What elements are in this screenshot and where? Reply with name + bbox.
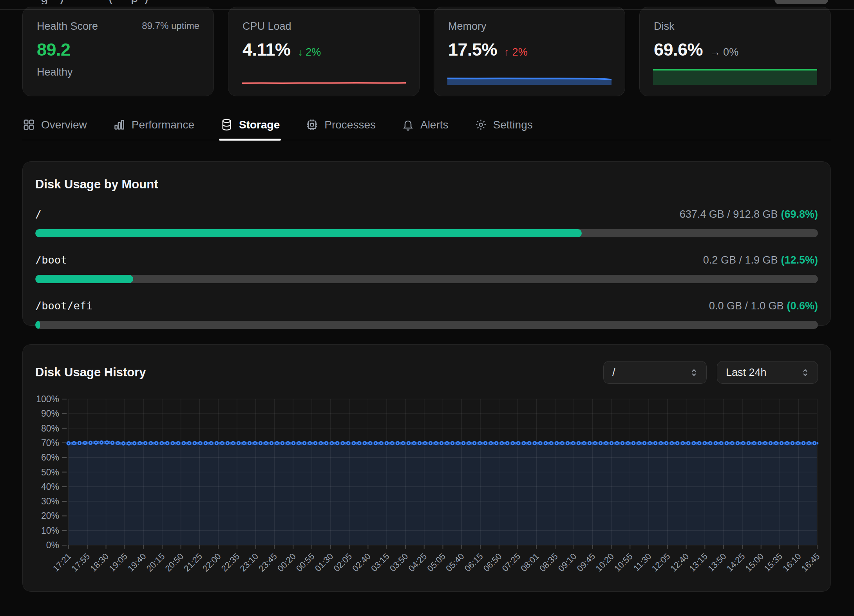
svg-text:11:30: 11:30 (631, 551, 653, 573)
tab-settings-label: Settings (493, 119, 533, 131)
mount-usage: 0.0 GB / 1.0 GB(0.6%) (709, 300, 818, 312)
dashboard-root: { "top_edge": { "fragments": [ {"ch":"g"… (0, 0, 854, 616)
mount-percent: (0.6%) (787, 300, 818, 312)
svg-text:12:05: 12:05 (650, 551, 672, 574)
cpu-icon (306, 118, 318, 131)
memory-sparkline (447, 77, 612, 85)
gear-icon (474, 118, 487, 131)
svg-text:15:00: 15:00 (744, 551, 766, 574)
cpu-load-value: 4.11% (242, 40, 291, 60)
mount-percent: (69.8%) (781, 208, 818, 220)
svg-text:02:05: 02:05 (332, 551, 354, 574)
mount-progress-fill (35, 321, 40, 329)
svg-text:17:55: 17:55 (70, 551, 92, 574)
svg-text:13:50: 13:50 (706, 551, 728, 574)
svg-text:07:25: 07:25 (500, 551, 523, 574)
mount-usage: 637.4 GB / 912.8 GB(69.8%) (680, 208, 818, 220)
cpu-sparkline (242, 81, 406, 85)
uptime-label: 89.7% uptime (142, 20, 199, 31)
svg-text:0%: 0% (46, 540, 59, 550)
top-clipped-text: g)(p) (0, 0, 353, 4)
svg-text:01:30: 01:30 (313, 551, 335, 574)
mount-select[interactable]: / (603, 361, 707, 384)
svg-text:100%: 100% (36, 394, 59, 404)
tab-processes-label: Processes (324, 119, 376, 131)
tab-storage-label: Storage (239, 119, 280, 131)
disk-sparkline (653, 68, 817, 85)
svg-text:00:20: 00:20 (275, 551, 298, 574)
health-status-label: Healthy (37, 66, 199, 78)
svg-text:40%: 40% (41, 482, 59, 492)
bell-icon (402, 118, 414, 131)
svg-text:09:10: 09:10 (556, 551, 579, 574)
svg-text:17:21: 17:21 (51, 551, 73, 574)
svg-text:05:05: 05:05 (425, 551, 447, 574)
disk-usage-by-mount-card: Disk Usage by Mount / 637.4 GB / 912.8 G… (22, 161, 831, 326)
tab-alerts-label: Alerts (420, 119, 449, 131)
memory-title: Memory (448, 20, 487, 33)
svg-text:13:15: 13:15 (687, 551, 709, 574)
mount-row-boot: /boot 0.2 GB / 1.9 GB(12.5%) (35, 254, 818, 283)
time-range-select-value: Last 24h (726, 367, 767, 379)
svg-text:10%: 10% (41, 526, 59, 536)
top-partial-button[interactable] (774, 0, 828, 4)
svg-text:80%: 80% (41, 423, 59, 434)
mount-progress-track (35, 321, 818, 329)
disk-value: 69.6% (654, 40, 703, 60)
svg-text:03:50: 03:50 (388, 551, 410, 574)
svg-text:16:45: 16:45 (800, 551, 822, 574)
tab-processes[interactable]: Processes (306, 118, 376, 140)
mount-progress-track (35, 229, 818, 237)
chevrons-up-down-icon (800, 367, 811, 378)
svg-text:14:25: 14:25 (725, 551, 747, 574)
svg-text:10:55: 10:55 (612, 551, 635, 574)
svg-text:05:40: 05:40 (444, 551, 466, 574)
cpu-load-title: CPU Load (242, 20, 291, 33)
stats-row: Health Score 89.7% uptime 89.2 Healthy C… (22, 7, 831, 96)
svg-text:30%: 30% (41, 496, 59, 506)
up-arrow-icon: ↑ (504, 46, 510, 58)
svg-text:50%: 50% (41, 467, 59, 477)
tab-settings[interactable]: Settings (474, 118, 533, 140)
mount-progress-fill (35, 275, 133, 283)
mount-row-boot-efi: /boot/efi 0.0 GB / 1.0 GB(0.6%) (35, 300, 818, 329)
mount-row-root: / 637.4 GB / 912.8 GB(69.8%) (35, 208, 818, 237)
disk-usage-history-chart: 0%10%20%30%40%50%60%70%80%90%100%17:2117… (31, 395, 820, 591)
svg-text:90%: 90% (41, 408, 59, 419)
mount-path: / (35, 208, 42, 220)
memory-delta: ↑ 2% (504, 46, 528, 58)
svg-text:06:15: 06:15 (463, 551, 485, 574)
tab-storage[interactable]: Storage (220, 118, 280, 140)
svg-text:22:35: 22:35 (219, 551, 242, 574)
svg-text:23:10: 23:10 (238, 551, 261, 574)
tab-overview[interactable]: Overview (22, 118, 87, 140)
stat-card-disk: Disk 69.6% → 0% (639, 7, 831, 96)
tab-alerts[interactable]: Alerts (402, 118, 449, 140)
down-arrow-icon: ↓ (298, 46, 303, 58)
stat-card-memory: Memory 17.5% ↑ 2% (434, 7, 625, 96)
database-icon (220, 118, 233, 131)
tab-performance[interactable]: Performance (113, 118, 194, 140)
cpu-delta-value: 2% (306, 46, 321, 58)
grid-icon (22, 118, 35, 131)
mount-percent: (12.5%) (781, 254, 818, 266)
mount-select-value: / (612, 367, 615, 379)
mount-path: /boot/efi (35, 300, 92, 312)
history-card-title: Disk Usage History (35, 365, 146, 379)
svg-text:06:50: 06:50 (481, 551, 504, 574)
svg-text:03:15: 03:15 (369, 551, 391, 574)
svg-text:12:40: 12:40 (668, 551, 691, 574)
mount-usage: 0.2 GB / 1.9 GB(12.5%) (703, 254, 818, 266)
svg-text:23:45: 23:45 (257, 551, 279, 574)
disk-usage-history-card: Disk Usage History / Last 24h 0%10%20%30… (22, 344, 831, 592)
right-arrow-icon: → (710, 46, 720, 58)
stat-card-health-score: Health Score 89.7% uptime 89.2 Healthy (22, 7, 214, 96)
svg-text:70%: 70% (41, 438, 59, 448)
time-range-select[interactable]: Last 24h (717, 361, 818, 384)
svg-text:60%: 60% (41, 452, 59, 462)
header-divider (0, 9, 854, 10)
health-score-value: 89.2 (37, 40, 71, 60)
bar-chart-icon (113, 118, 126, 131)
memory-value: 17.5% (448, 40, 497, 60)
memory-delta-value: 2% (512, 46, 528, 58)
